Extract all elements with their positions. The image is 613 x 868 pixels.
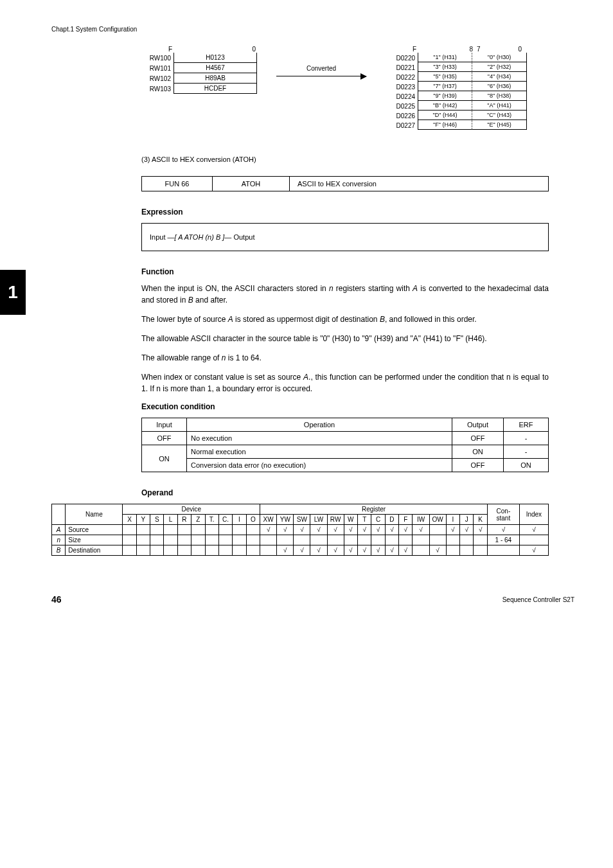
body-paragraph: The allowable ASCII character in the sou…: [141, 333, 549, 344]
th: I: [446, 515, 459, 525]
section-title: (3) ASCII to HEX conversion (ATOH): [141, 155, 549, 163]
th: W: [344, 515, 357, 525]
execution-table: InputOperationOutputERF OFFNo executionO…: [141, 418, 549, 472]
th: IW: [413, 515, 429, 525]
execution-heading: Execution condition: [141, 402, 549, 411]
td: B: [52, 545, 66, 556]
th: LW: [310, 515, 327, 525]
bit-label: 0: [499, 46, 522, 53]
row-label: D0224: [386, 91, 418, 101]
row-label: RW102: [141, 73, 173, 84]
dst-cell: "B" (H42): [418, 101, 472, 111]
th: R: [177, 515, 191, 525]
expr-text: [ A ATOH (n) B ]: [175, 233, 225, 241]
table-row: B Destination √√√√√√√√√√ √: [52, 545, 549, 556]
dst-cell: "9" (H39): [418, 91, 472, 101]
src-cell: HCDEF: [173, 84, 257, 94]
th: Z: [191, 515, 205, 525]
td: Conversion data error (no execution): [187, 459, 452, 472]
th: YW: [277, 515, 294, 525]
td: Size: [66, 535, 123, 545]
th: F: [399, 515, 413, 525]
row-label: RW100: [141, 53, 173, 63]
dst-cell: "2" (H32): [472, 62, 527, 72]
th: K: [474, 515, 488, 525]
td: -: [504, 445, 549, 459]
th: [52, 504, 66, 525]
row-label: D0225: [386, 101, 418, 111]
td: Destination: [66, 545, 123, 556]
td: OFF: [452, 459, 504, 472]
td: n: [52, 535, 66, 545]
footer-text: Sequence Controller S2T: [502, 596, 574, 603]
dst-cell: "F" (H46): [418, 120, 472, 130]
expression-heading: Expression: [141, 208, 549, 217]
row-label: RW103: [141, 84, 173, 94]
src-cell: H89AB: [173, 73, 257, 84]
body-paragraph: When index or constant value is set as s…: [141, 371, 549, 394]
th: J: [460, 515, 474, 525]
dst-cell: "0" (H30): [472, 53, 527, 62]
th: X: [123, 515, 136, 525]
arrow-label: Converted: [306, 65, 336, 72]
th: D: [385, 515, 398, 525]
th: L: [164, 515, 177, 525]
page-tab: 1: [0, 270, 26, 315]
td: ON: [504, 459, 549, 472]
th: O: [246, 515, 260, 525]
th: RW: [327, 515, 344, 525]
th: Y: [136, 515, 150, 525]
row-label: D0223: [386, 82, 418, 91]
bit-label: 0: [252, 46, 256, 53]
dst-cell: "D" (H44): [418, 111, 472, 120]
expr-text: Output: [231, 233, 254, 241]
row-label: RW101: [141, 63, 173, 73]
dst-cell: "1" (H31): [418, 53, 472, 62]
body-paragraph: The lower byte of source A is stored as …: [141, 314, 549, 325]
dst-cell: "6" (H36): [472, 82, 527, 91]
th: XW: [260, 515, 277, 525]
table-row: n Size 1 - 64: [52, 535, 549, 545]
row-label: D0227: [386, 120, 418, 130]
src-cell: H0123: [173, 53, 257, 63]
function-heading: Function: [141, 267, 549, 276]
conversion-diagram: F0 RW100H0123 RW101H4567 RW102H89AB RW10…: [141, 46, 549, 130]
th: Index: [519, 504, 548, 525]
bit-label: F: [413, 46, 445, 53]
th: T.: [205, 515, 218, 525]
table-row: A Source √√√√√√√√√√√√√√ √√: [52, 525, 549, 535]
td: Source: [66, 525, 123, 535]
td: No execution: [187, 432, 452, 445]
td: A: [52, 525, 66, 535]
function-header-table: FUN 66 ATOH ASCII to HEX conversion: [141, 176, 549, 191]
dst-cell: "A" (H41): [472, 101, 527, 111]
td: ON: [452, 445, 504, 459]
th: I: [233, 515, 246, 525]
src-cell: H4567: [173, 63, 257, 73]
fun-number: FUN 66: [142, 177, 213, 191]
dst-cell: "4" (H34): [472, 72, 527, 82]
th: ERF: [504, 418, 549, 432]
dst-cell: "8" (H38): [472, 91, 527, 101]
operand-table: Name Device Register Con- stant Index XY…: [51, 504, 549, 556]
dst-cell: "E" (H45): [472, 120, 527, 130]
operand-heading: Operand: [141, 488, 549, 497]
row-label: D0222: [386, 72, 418, 82]
chapter-header: Chapt.1 System Configuration: [51, 26, 574, 33]
dst-cell: "C" (H43): [472, 111, 527, 120]
dst-cell: "5" (H35): [418, 72, 472, 82]
td: OFF: [142, 432, 187, 445]
td: ON: [142, 445, 187, 472]
th: Name: [66, 504, 123, 525]
expression-box: Input —[ A ATOH (n) B ]— Output: [141, 223, 549, 251]
th: Register: [260, 504, 488, 515]
th: Input: [142, 418, 187, 432]
body-paragraph: The allowable range of n is 1 to 64.: [141, 352, 549, 364]
row-label: D0221: [386, 62, 418, 72]
row-label: D0220: [386, 53, 418, 62]
th: S: [150, 515, 164, 525]
row-label: D0226: [386, 111, 418, 120]
th: T: [358, 515, 371, 525]
th: OW: [429, 515, 446, 525]
dst-cell: "3" (H33): [418, 62, 472, 72]
